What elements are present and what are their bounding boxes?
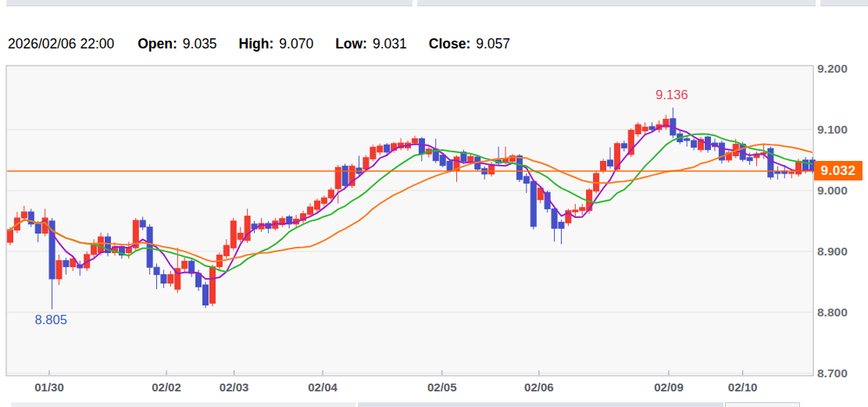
candle-up — [223, 245, 229, 255]
candle-down — [419, 139, 424, 154]
candle-down — [691, 141, 697, 148]
candle-down — [775, 172, 780, 173]
candle-up — [377, 146, 383, 152]
y-axis-label: 8.900 — [817, 245, 864, 258]
candle-up — [321, 198, 327, 203]
candle-up — [56, 261, 62, 279]
candle-up — [601, 161, 606, 170]
candle-up — [635, 125, 641, 134]
candle-up — [314, 201, 320, 209]
y-axis-label: 9.100 — [817, 123, 864, 136]
candle-down — [342, 166, 348, 186]
candle-up — [412, 139, 417, 143]
candle-up — [789, 172, 795, 173]
candle-up — [168, 275, 173, 284]
cropped-bottom-tab[interactable] — [358, 402, 723, 407]
cropped-bottom-tab[interactable] — [11, 402, 355, 407]
current-price-badge: 9.032 — [814, 161, 863, 180]
candle-up — [182, 261, 188, 268]
candle-down — [516, 155, 522, 179]
x-axis-label: 02/02 — [139, 380, 194, 394]
candle-up — [209, 266, 215, 303]
y-axis-label: 9.200 — [817, 62, 864, 75]
x-axis-label: 02/10 — [716, 380, 770, 394]
x-axis-label: 02/06 — [512, 380, 566, 394]
candle-up — [468, 156, 473, 161]
plot-area[interactable] — [6, 66, 813, 376]
candle-up — [573, 210, 578, 212]
candle-up — [230, 221, 236, 248]
candle-down — [447, 161, 452, 170]
x-axis-label: 02/09 — [641, 380, 696, 394]
candle-down — [523, 177, 529, 184]
x-axis-label: 02/05 — [415, 380, 470, 394]
candle-down — [147, 227, 152, 267]
high-annotation: 9.136 — [655, 87, 688, 102]
cropped-bottom-tab[interactable] — [725, 402, 800, 407]
low-annotation: 8.805 — [35, 312, 67, 327]
candle-down — [154, 267, 159, 274]
y-axis-label: 8.700 — [817, 367, 864, 380]
candle-down — [621, 144, 627, 148]
candle-up — [98, 237, 104, 252]
candle-up — [370, 148, 376, 159]
x-axis-label: 02/04 — [295, 380, 350, 394]
candle-up — [363, 158, 369, 170]
candle-down — [559, 222, 564, 228]
y-axis-label: 9.000 — [817, 184, 864, 197]
candle-down — [384, 145, 390, 152]
candle-down — [440, 155, 445, 166]
candle-down — [140, 220, 145, 227]
x-axis-label: 01/30 — [22, 380, 77, 394]
candle-up — [21, 212, 27, 218]
candle-down — [607, 160, 613, 166]
candle-up — [580, 208, 585, 211]
candle-up — [238, 233, 243, 239]
candle-down — [203, 285, 209, 305]
candle-up — [307, 207, 313, 214]
candle-down — [684, 139, 690, 141]
x-axis-label: 02/03 — [207, 380, 262, 394]
candle-down — [747, 158, 752, 161]
candle-up — [328, 190, 334, 198]
candle-up — [642, 127, 648, 131]
candle-down — [63, 261, 69, 267]
candle-down — [530, 181, 536, 227]
candle-down — [552, 209, 557, 228]
candle-down — [35, 224, 41, 234]
y-axis-label: 8.800 — [817, 306, 864, 319]
candlestick-chart[interactable] — [0, 0, 868, 407]
candle-up — [8, 230, 13, 243]
candle-down — [161, 275, 166, 284]
candle-down — [649, 127, 655, 130]
